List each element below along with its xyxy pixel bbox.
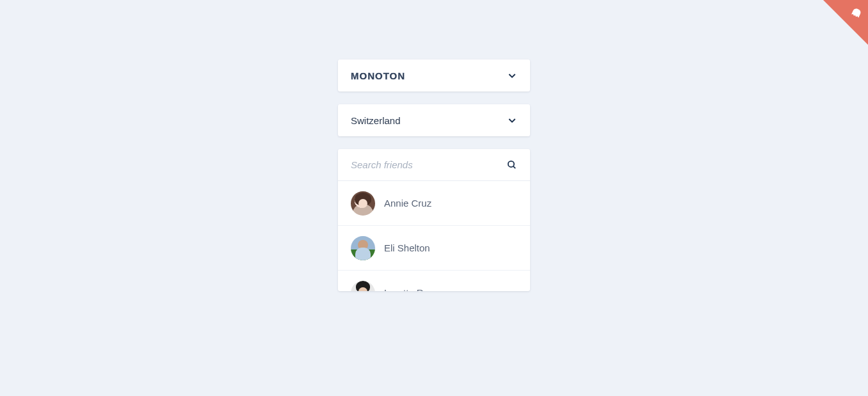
font-dropdown-label: Monoton: [351, 70, 405, 81]
friends-panel: Annie Cruz Eli Shelton Loretta Rose: [338, 149, 530, 291]
font-dropdown[interactable]: Monoton: [338, 59, 530, 91]
friend-name: Eli Shelton: [384, 242, 430, 253]
avatar: [351, 236, 375, 260]
friend-item[interactable]: Annie Cruz: [338, 181, 530, 226]
friend-item[interactable]: Loretta Rose: [338, 271, 530, 291]
ghost-icon: [849, 6, 863, 20]
search-input[interactable]: [351, 159, 506, 170]
friend-item[interactable]: Eli Shelton: [338, 226, 530, 271]
svg-point-0: [508, 161, 514, 167]
friend-name: Annie Cruz: [384, 198, 431, 209]
svg-line-1: [513, 166, 515, 168]
page-container: Monoton Switzerland Annie Cruz Eli Shelt…: [338, 0, 530, 291]
corner-ribbon[interactable]: [823, 0, 868, 45]
search-row: [338, 149, 530, 181]
friend-name: Loretta Rose: [384, 287, 439, 291]
search-icon[interactable]: [506, 159, 517, 170]
country-dropdown[interactable]: Switzerland: [338, 104, 530, 136]
chevron-down-icon: [507, 70, 517, 81]
avatar: [351, 191, 375, 216]
friend-list[interactable]: Annie Cruz Eli Shelton Loretta Rose: [338, 181, 530, 291]
chevron-down-icon: [507, 115, 517, 125]
avatar: [351, 281, 375, 292]
country-dropdown-label: Switzerland: [351, 115, 401, 126]
